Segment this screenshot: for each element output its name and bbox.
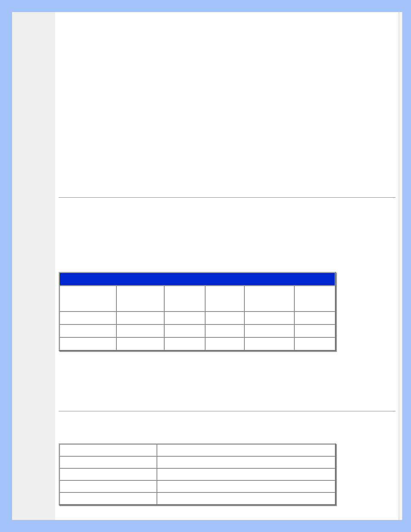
scrollbar[interactable] bbox=[398, 12, 402, 520]
cell bbox=[59, 468, 157, 480]
section-divider bbox=[59, 197, 395, 198]
section-divider bbox=[59, 411, 395, 411]
cell bbox=[59, 480, 157, 492]
col-header bbox=[294, 286, 335, 311]
cell bbox=[59, 444, 157, 456]
cell bbox=[294, 311, 335, 324]
col-header bbox=[205, 286, 244, 311]
table-row bbox=[59, 337, 335, 350]
cell bbox=[244, 324, 294, 337]
detail-table bbox=[59, 443, 336, 505]
cell bbox=[157, 480, 335, 492]
table bbox=[59, 443, 336, 505]
table bbox=[59, 272, 336, 351]
table-row bbox=[59, 480, 335, 492]
cell bbox=[157, 444, 335, 456]
window bbox=[12, 12, 402, 520]
table-row bbox=[59, 324, 335, 337]
cell bbox=[59, 456, 157, 468]
table-row bbox=[59, 468, 335, 480]
cell bbox=[157, 468, 335, 480]
cell bbox=[59, 311, 116, 324]
cell bbox=[205, 311, 244, 324]
summary-table bbox=[59, 272, 336, 351]
table-header-row bbox=[59, 273, 335, 286]
cell bbox=[244, 337, 294, 350]
cell bbox=[205, 324, 244, 337]
table-title-cell bbox=[59, 273, 335, 286]
cell bbox=[116, 311, 164, 324]
col-header bbox=[244, 286, 294, 311]
sidebar bbox=[12, 12, 55, 520]
cell bbox=[244, 311, 294, 324]
cell bbox=[205, 337, 244, 350]
cell bbox=[116, 337, 164, 350]
cell bbox=[59, 492, 157, 504]
scrollbar-track[interactable] bbox=[399, 12, 402, 520]
table-row bbox=[59, 311, 335, 324]
table-row bbox=[59, 456, 335, 468]
col-header bbox=[164, 286, 205, 311]
cell bbox=[294, 324, 335, 337]
cell bbox=[116, 324, 164, 337]
table-row bbox=[59, 444, 335, 456]
table-column-header-row bbox=[59, 286, 335, 311]
cell bbox=[294, 337, 335, 350]
cell bbox=[164, 324, 205, 337]
cell bbox=[157, 456, 335, 468]
cell bbox=[59, 337, 116, 350]
cell bbox=[157, 492, 335, 504]
cell bbox=[59, 324, 116, 337]
main-area bbox=[55, 12, 402, 520]
col-header bbox=[59, 286, 116, 311]
cell bbox=[164, 337, 205, 350]
cell bbox=[164, 311, 205, 324]
content-column bbox=[59, 12, 395, 520]
col-header bbox=[116, 286, 164, 311]
table-row bbox=[59, 492, 335, 504]
page-frame bbox=[0, 0, 411, 532]
